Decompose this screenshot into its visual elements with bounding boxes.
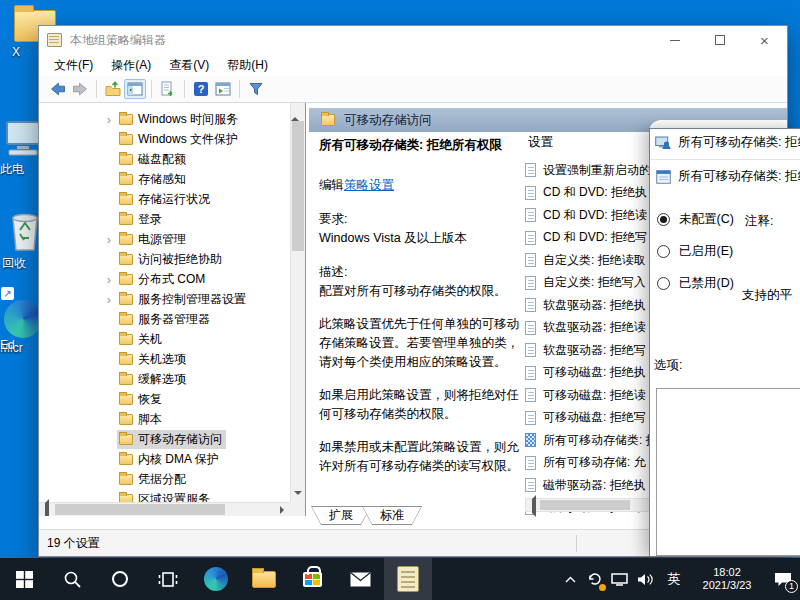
mail-button[interactable] — [336, 558, 384, 600]
tree-item-label: 访问被拒绝协助 — [138, 251, 222, 268]
chevron-right-icon[interactable]: › — [101, 293, 117, 306]
help-icon[interactable]: ? — [190, 79, 212, 99]
tree-item[interactable]: › 内核 DMA 保护 — [39, 449, 290, 469]
scroll-up-icon[interactable] — [291, 103, 299, 121]
search-button[interactable] — [48, 558, 96, 600]
menu-item[interactable]: 文件(F) — [45, 54, 102, 77]
folder-icon — [119, 114, 133, 125]
cortana-button[interactable] — [96, 558, 144, 600]
tray-volume-icon[interactable] — [632, 558, 659, 600]
tree-item[interactable]: › Windows 文件保护 — [39, 129, 290, 149]
radio-option[interactable]: 未配置(C) — [657, 211, 734, 228]
list-horizontal-scrollbar[interactable] — [525, 498, 650, 512]
chevron-right-icon[interactable]: › — [101, 233, 117, 246]
start-button[interactable] — [0, 558, 48, 600]
menu-item[interactable]: 查看(V) — [160, 54, 218, 77]
edge-taskbar-button[interactable] — [192, 558, 240, 600]
tree-item[interactable]: › 恢复 — [39, 389, 290, 409]
tree-vertical-scrollbar[interactable] — [290, 103, 305, 502]
view-tab[interactable]: 标准 — [362, 506, 422, 525]
menu-bar: 文件(F)操作(A)查看(V)帮助(H) — [39, 54, 787, 76]
folder-icon — [119, 214, 133, 225]
scroll-right-icon[interactable] — [280, 506, 288, 514]
dialog-separator — [650, 159, 800, 160]
tree-item[interactable]: › 脚本 — [39, 409, 290, 429]
folder-icon — [119, 414, 133, 425]
export-list-icon[interactable] — [157, 79, 179, 99]
close-button[interactable]: × — [742, 26, 787, 54]
scroll-left-icon[interactable] — [41, 499, 49, 516]
tree-item[interactable]: › 存储运行状况 — [39, 189, 290, 209]
radio-icon[interactable] — [657, 277, 670, 290]
task-view-icon — [158, 571, 178, 588]
settings-item-label: CD 和 DVD: 拒绝读 — [543, 207, 647, 224]
tray-sync-icon[interactable] — [582, 558, 607, 600]
tree-item[interactable]: › 电源管理 — [39, 229, 290, 249]
scroll-left-icon[interactable] — [528, 495, 536, 517]
forward-icon[interactable] — [69, 79, 91, 99]
minimize-button[interactable] — [652, 26, 697, 54]
maximize-button[interactable] — [697, 26, 742, 54]
tree-item[interactable]: › 分布式 COM — [39, 269, 290, 289]
tree-horizontal-scrollbar[interactable] — [39, 502, 290, 516]
description-label: 描述: — [319, 263, 525, 282]
tree-item-label: 关机 — [138, 331, 162, 348]
folder-icon — [119, 354, 133, 365]
policy-settings-link[interactable]: 策略设置 — [344, 178, 394, 192]
tree-item[interactable]: › 登录 — [39, 209, 290, 229]
settings-item-label: 软盘驱动器: 拒绝读 — [543, 319, 646, 336]
chevron-right-icon[interactable]: › — [101, 113, 117, 126]
scroll-thumb[interactable] — [292, 121, 304, 251]
clock[interactable]: 18:02 2021/3/23 — [689, 558, 765, 600]
tree-item[interactable]: › 关机 — [39, 329, 290, 349]
action-center-button[interactable]: 1 — [765, 558, 800, 600]
tree-item-label: 脚本 — [138, 411, 162, 428]
ime-indicator[interactable]: 英 — [659, 558, 689, 600]
file-explorer-button[interactable] — [240, 558, 288, 600]
show-console-tree-icon[interactable] — [124, 79, 146, 99]
tree-item[interactable]: › 服务控制管理器设置 — [39, 289, 290, 309]
show-extended-pane-icon[interactable] — [212, 79, 234, 99]
up-one-level-icon[interactable] — [102, 79, 124, 99]
menu-item[interactable]: 帮助(H) — [218, 54, 277, 77]
desktop: X 此电 回收 ↗ Micr Ed 本地组策略编辑器 × — [0, 0, 800, 600]
tree-item[interactable]: › 凭据分配 — [39, 469, 290, 489]
options-label: 选项: — [654, 357, 682, 374]
tree-item[interactable]: › 磁盘配额 — [39, 149, 290, 169]
tree-item[interactable]: › 关机选项 — [39, 349, 290, 369]
back-icon[interactable] — [47, 79, 69, 99]
gpedit-app-icon — [47, 33, 62, 47]
radio-option[interactable]: 已启用(E) — [657, 243, 733, 260]
gpedit-taskbar-button[interactable] — [384, 558, 432, 600]
microsoft-store-button[interactable] — [288, 558, 336, 600]
tree-item[interactable]: › 存储感知 — [39, 169, 290, 189]
tree-item-label: 磁盘配额 — [138, 151, 186, 168]
title-bar[interactable]: 本地组策略编辑器 × — [39, 26, 787, 54]
tree-item[interactable]: › 缓解选项 — [39, 369, 290, 389]
tray-network-icon[interactable] — [607, 558, 632, 600]
menu-item[interactable]: 操作(A) — [102, 54, 160, 77]
dialog-title-bar[interactable]: 所有可移动存储类: 拒绝 — [655, 134, 800, 151]
tree-item[interactable]: › 服务器管理器 — [39, 309, 290, 329]
tree-item[interactable]: › 可移动存储访问 — [39, 429, 290, 449]
settings-column-header[interactable]: 设置 — [528, 134, 553, 151]
chevron-right-icon[interactable]: › — [101, 273, 117, 286]
task-view-button[interactable] — [144, 558, 192, 600]
cortana-icon — [110, 569, 130, 589]
filter-icon[interactable] — [245, 79, 267, 99]
tree-item[interactable]: › Windows 时间服务 — [39, 109, 290, 129]
settings-item-label: CD 和 DVD: 拒绝写 — [543, 229, 647, 246]
radio-icon[interactable] — [657, 245, 670, 258]
tray-expand-button[interactable] — [558, 558, 582, 600]
radio-option[interactable]: 已禁用(D) — [657, 275, 734, 292]
policy-document-icon — [525, 186, 536, 200]
scroll-thumb[interactable] — [540, 500, 630, 510]
folder-icon — [119, 154, 133, 165]
toolbar-separator — [151, 80, 152, 98]
policy-document-icon — [525, 343, 536, 357]
radio-icon[interactable] — [657, 213, 670, 226]
tree-item[interactable]: › 访问被拒绝协助 — [39, 249, 290, 269]
scroll-down-icon[interactable] — [294, 491, 302, 499]
settings-item-label: 软盘驱动器: 拒绝写 — [543, 342, 646, 359]
scroll-thumb[interactable] — [55, 504, 225, 515]
